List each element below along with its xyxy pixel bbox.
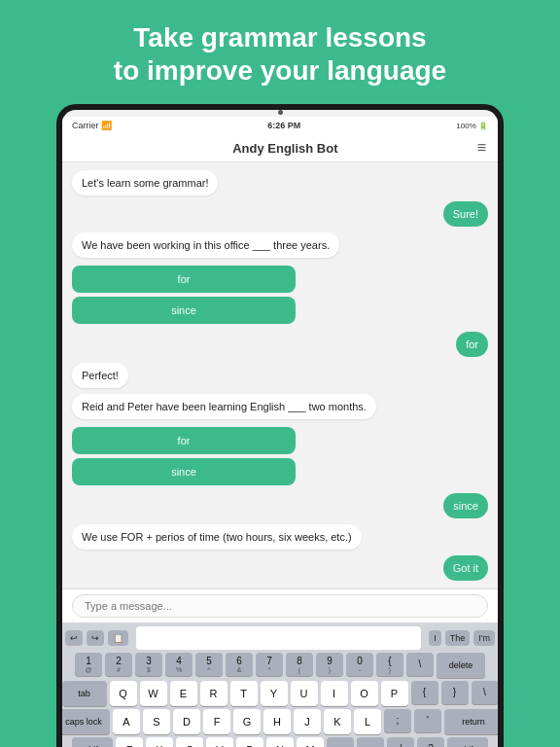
key-e[interactable]: E <box>170 681 197 706</box>
predict-left[interactable]: I <box>429 630 441 646</box>
status-carrier: Carrier 📶 <box>72 121 112 130</box>
key-z[interactable]: Z <box>116 737 143 747</box>
row-asdf: caps lock A S D F G H J K L ; ' return <box>65 709 495 734</box>
menu-icon[interactable]: ≡ <box>477 139 486 157</box>
key-8[interactable]: 8( <box>286 653 313 676</box>
key-p[interactable]: P <box>381 681 408 706</box>
message-row: for <box>72 332 488 357</box>
chat-area: Let's learn some grammar! Sure! We have … <box>62 162 498 588</box>
key-l[interactable]: L <box>354 709 381 734</box>
key-comma[interactable]: , <box>327 737 354 747</box>
status-bar: Carrier 📶 6:26 PM 100% 🔋 <box>62 117 498 134</box>
key-u[interactable]: U <box>291 681 318 706</box>
chat-bubble-right: Sure! <box>443 201 488 227</box>
predict-right[interactable]: I'm <box>473 630 495 646</box>
option-for-btn[interactable]: for <box>72 266 296 293</box>
key-j[interactable]: J <box>294 709 321 734</box>
return-key[interactable]: return <box>444 709 498 734</box>
key-bracket-close[interactable]: } <box>441 681 469 704</box>
key-question[interactable]: ? <box>417 737 444 747</box>
key-bracket-open[interactable]: { <box>411 681 438 704</box>
shift-key[interactable]: shift <box>72 737 113 747</box>
key-3[interactable]: 3$ <box>135 653 162 676</box>
key-c[interactable]: C <box>176 737 203 747</box>
row-zxcv: shift Z X C V B N M , . / ? shift <box>65 737 495 747</box>
key-s[interactable]: S <box>143 709 170 734</box>
option-since-btn-2[interactable]: since <box>72 458 296 485</box>
option-since-btn[interactable]: since <box>72 297 296 324</box>
undo-btn[interactable]: ↩ <box>65 630 83 646</box>
redo-btn[interactable]: ↪ <box>87 630 104 646</box>
tab-key[interactable]: tab <box>62 681 107 706</box>
key-t[interactable]: T <box>230 681 258 706</box>
chat-bubble-right: for <box>456 332 488 357</box>
key-9[interactable]: 9) <box>316 653 343 676</box>
key-r[interactable]: R <box>200 681 228 706</box>
option-for-btn-2[interactable]: for <box>72 427 296 454</box>
number-row: 1@ 2# 3$ 4% 5^ 6& 7* 8( 9) 0- {} \ delet… <box>65 653 495 678</box>
chat-bubble-left: We use FOR + perios of time (two hours, … <box>72 524 362 550</box>
key-q[interactable]: Q <box>110 681 137 706</box>
chat-bubble-right: since <box>443 493 488 518</box>
chat-bubble-right: Got it <box>443 555 488 581</box>
nav-bar: Andy English Bot ≡ <box>62 134 498 162</box>
key-w[interactable]: W <box>140 681 167 706</box>
key-a[interactable]: A <box>113 709 140 734</box>
options-block: for since <box>72 266 296 324</box>
clipboard-btn[interactable]: 📋 <box>108 630 128 646</box>
predict-center[interactable]: The <box>445 630 471 646</box>
chat-bubble-left: Perfect! <box>72 363 128 388</box>
message-row: We use FOR + perios of time (two hours, … <box>72 524 488 550</box>
key-1[interactable]: 1@ <box>75 653 102 676</box>
key-h[interactable]: H <box>263 709 291 734</box>
key-n[interactable]: N <box>266 737 294 747</box>
header-title: Take grammar lessons to improve your lan… <box>85 0 475 104</box>
key-5[interactable]: 5^ <box>195 653 223 676</box>
camera-dot <box>278 110 283 115</box>
device-frame: Carrier 📶 6:26 PM 100% 🔋 Andy English Bo… <box>56 104 504 747</box>
key-g[interactable]: G <box>233 709 261 734</box>
message-row: Let's learn some grammar! <box>72 170 488 196</box>
key-d[interactable]: D <box>173 709 200 734</box>
key-b[interactable]: B <box>236 737 263 747</box>
key-x[interactable]: X <box>146 737 173 747</box>
key-m[interactable]: M <box>297 737 324 747</box>
key-f[interactable]: F <box>203 709 230 734</box>
key-0[interactable]: 0- <box>346 653 373 676</box>
key-6[interactable]: 6& <box>226 653 253 676</box>
status-battery: 100% 🔋 <box>456 122 488 130</box>
message-row: Got it <box>72 555 488 581</box>
caps-lock-key[interactable]: caps lock <box>62 709 110 734</box>
key-brace[interactable]: {} <box>376 653 403 676</box>
message-row: Reid and Peter have been learning Englis… <box>72 394 488 419</box>
key-period[interactable]: . <box>357 737 384 747</box>
options-row-2: for since <box>72 425 488 487</box>
key-y[interactable]: Y <box>261 681 288 706</box>
key-pipe[interactable]: \ <box>406 653 434 676</box>
key-slash[interactable]: / <box>387 737 414 747</box>
key-colon[interactable]: ; <box>384 709 411 732</box>
message-row: We have been working in this office ___ … <box>72 232 488 258</box>
message-row: Sure! <box>72 201 488 227</box>
key-k[interactable]: K <box>324 709 351 734</box>
key-v[interactable]: V <box>206 737 233 747</box>
status-time: 6:26 PM <box>267 121 300 130</box>
key-o[interactable]: O <box>351 681 378 706</box>
header-line1: Take grammar lessons <box>133 22 426 53</box>
key-i[interactable]: I <box>321 681 348 706</box>
shift-key-right[interactable]: shift <box>447 737 488 747</box>
keyboard: ↩ ↪ 📋 I The I'm 1@ 2# 3$ 4% 5^ 6& 7* 8( … <box>62 622 498 747</box>
chat-bubble-left: We have been working in this office ___ … <box>72 232 339 258</box>
chat-bubble-left: Let's learn some grammar! <box>72 170 218 196</box>
key-4[interactable]: 4% <box>165 653 192 676</box>
key-7[interactable]: 7* <box>256 653 283 676</box>
options-block-2: for since <box>72 427 296 485</box>
key-backslash[interactable]: \ <box>472 681 499 704</box>
message-input[interactable] <box>72 594 488 618</box>
key-quote[interactable]: ' <box>414 709 441 732</box>
delete-key[interactable]: delete <box>437 653 485 678</box>
input-bar <box>62 588 498 622</box>
key-2[interactable]: 2# <box>105 653 132 676</box>
chat-bubble-left: Reid and Peter have been learning Englis… <box>72 394 376 419</box>
nav-title: Andy English Bot <box>232 141 337 156</box>
